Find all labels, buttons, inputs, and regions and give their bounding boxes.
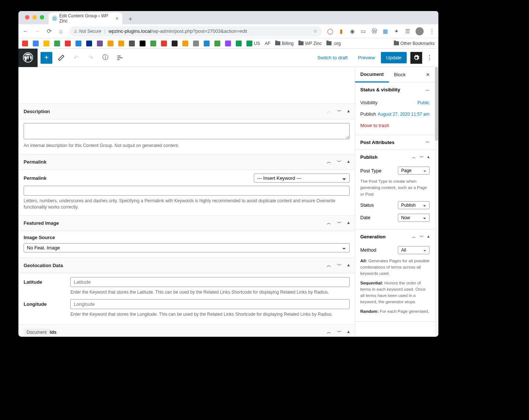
post-type-label: Post Type <box>360 168 395 174</box>
bookmark-item[interactable] <box>86 41 92 46</box>
section-header[interactable]: Post Attributes ﹀ <box>355 135 435 150</box>
more-options-button[interactable]: ⋮ <box>424 52 435 64</box>
redo-button[interactable]: ↷ <box>85 52 97 64</box>
bookmark-item[interactable]: AF <box>265 41 270 46</box>
move-up-icon[interactable]: ︿ <box>327 262 331 269</box>
move-to-trash-button[interactable]: Move to trash <box>360 120 430 130</box>
move-up-icon[interactable]: ︿ <box>327 108 331 115</box>
bookmark-item[interactable] <box>54 41 60 46</box>
status-select[interactable]: Publish <box>398 201 430 209</box>
bookmark-item[interactable] <box>140 41 146 46</box>
url-bar[interactable]: ⚠ Not Secure | wpzinc-plugins.local/wp-a… <box>69 26 322 36</box>
bookmark-folder[interactable]: .org <box>326 41 341 46</box>
bookmark-item[interactable] <box>193 41 199 46</box>
edit-mode-icon[interactable] <box>55 52 67 64</box>
switch-to-draft-button[interactable]: Switch to draft <box>313 52 352 63</box>
browser-tab[interactable]: 🌐 Edit Content Group ‹ WP Zinc × <box>49 13 122 24</box>
bookmark-folder[interactable]: WP Zinc <box>298 41 322 46</box>
bookmark-item[interactable] <box>22 41 28 46</box>
bookmark-item[interactable] <box>204 41 210 46</box>
publish-date-value[interactable]: August 27, 2020 11:57 am <box>378 112 430 117</box>
bookmark-item[interactable] <box>108 41 113 46</box>
preview-button[interactable]: Preview <box>354 52 379 63</box>
bookmark-item[interactable] <box>118 41 124 46</box>
ext-icon[interactable]: ◯ <box>327 28 333 34</box>
tab-document[interactable]: Document <box>355 67 389 83</box>
latitude-input[interactable] <box>70 277 350 287</box>
maximize-window-icon[interactable] <box>40 15 44 20</box>
bookmark-item[interactable]: US <box>246 41 260 46</box>
profile-avatar[interactable] <box>416 27 424 35</box>
bookmark-item[interactable] <box>161 41 167 46</box>
post-type-select[interactable]: Page <box>398 167 430 175</box>
ext-icon[interactable]: ▮ <box>338 28 344 34</box>
section-header[interactable]: Status & visibility ︿ <box>355 83 435 97</box>
settings-button[interactable] <box>410 52 422 64</box>
move-down-icon[interactable]: ﹀ <box>337 108 341 115</box>
move-down-icon[interactable]: ﹀ <box>337 220 341 226</box>
bookmark-item[interactable] <box>129 41 135 46</box>
reload-button[interactable]: ⟳ <box>46 28 52 35</box>
image-source-select[interactable]: No Feat. Image <box>24 243 350 252</box>
minimize-window-icon[interactable] <box>32 15 37 20</box>
bookmark-item[interactable] <box>150 41 156 46</box>
move-down-icon[interactable]: ﹀ <box>337 329 341 335</box>
collapse-icon[interactable]: ▴ <box>347 108 350 115</box>
section-header[interactable]: Generation ︿﹀▴ <box>355 230 435 244</box>
new-tab-button[interactable]: + <box>125 14 136 24</box>
scrollbar-thumb[interactable] <box>435 67 438 141</box>
undo-button[interactable]: ↶ <box>70 52 82 64</box>
bookmark-item[interactable] <box>236 41 242 46</box>
bookmark-item[interactable] <box>97 41 103 46</box>
collapse-icon[interactable]: ▴ <box>347 262 350 269</box>
ext-icon[interactable]: Ⓦ <box>371 28 377 34</box>
add-block-button[interactable]: + <box>41 52 52 64</box>
tab-block[interactable]: Block <box>389 67 411 82</box>
move-up-icon[interactable]: ︿ <box>327 159 331 165</box>
visibility-value[interactable]: Public <box>417 100 430 105</box>
bookmark-item[interactable] <box>182 41 188 46</box>
security-indicator: ⚠ Not Secure <box>74 29 101 34</box>
bookmark-item[interactable] <box>76 41 81 46</box>
permalink-input[interactable] <box>24 186 350 196</box>
help-text: Random: For each Page generated, <box>360 307 430 316</box>
browser-menu-icon[interactable]: ⋮ <box>429 28 435 34</box>
ext-icon[interactable]: ◉ <box>349 28 355 34</box>
insert-keyword-select[interactable]: --- Insert Keyword --- <box>254 174 350 183</box>
ext-icon[interactable]: ▦ <box>382 28 388 34</box>
back-button[interactable]: ← <box>22 28 29 35</box>
bookmark-item[interactable] <box>172 41 178 46</box>
collapse-icon[interactable]: ▴ <box>347 159 350 165</box>
close-tab-icon[interactable]: × <box>116 15 119 21</box>
bookmark-item[interactable] <box>214 41 220 46</box>
section-header[interactable]: Publish ︿﹀▴ <box>355 150 435 164</box>
ext-icon[interactable]: ▭ <box>360 28 366 34</box>
collapse-icon[interactable]: ▴ <box>347 220 350 226</box>
bookmark-item[interactable] <box>43 41 49 46</box>
collapse-icon[interactable]: ▴ <box>347 329 350 335</box>
editor-main: Description ︿ ﹀ ▴ An internal descriptio… <box>18 67 355 336</box>
close-window-icon[interactable] <box>25 15 29 20</box>
outline-button[interactable] <box>114 52 126 64</box>
info-button[interactable]: ⓘ <box>99 52 111 64</box>
reading-list-icon[interactable]: ☰ <box>404 28 410 34</box>
move-down-icon[interactable]: ﹀ <box>337 159 341 165</box>
bookmark-item[interactable] <box>225 41 231 46</box>
star-icon[interactable]: ☆ <box>313 28 318 34</box>
method-select[interactable]: All <box>398 246 430 254</box>
bookmark-item[interactable] <box>65 41 71 46</box>
date-select[interactable]: Now <box>398 214 430 222</box>
home-button[interactable]: ⌂ <box>57 28 64 35</box>
update-button[interactable]: Update <box>381 52 407 63</box>
scrollbar[interactable] <box>435 67 438 336</box>
description-textarea[interactable] <box>24 123 350 139</box>
move-up-icon[interactable]: ︿ <box>327 329 331 335</box>
bookmark-item[interactable] <box>33 41 39 46</box>
move-down-icon[interactable]: ﹀ <box>337 262 341 269</box>
longitude-input[interactable] <box>70 299 350 309</box>
close-sidebar-button[interactable]: × <box>421 71 435 78</box>
bookmark-folder[interactable]: Billing <box>275 41 294 46</box>
other-bookmarks-folder[interactable]: Other Bookmarks <box>394 41 435 46</box>
move-up-icon[interactable]: ︿ <box>327 220 331 226</box>
extensions-icon[interactable]: ✦ <box>393 28 399 34</box>
